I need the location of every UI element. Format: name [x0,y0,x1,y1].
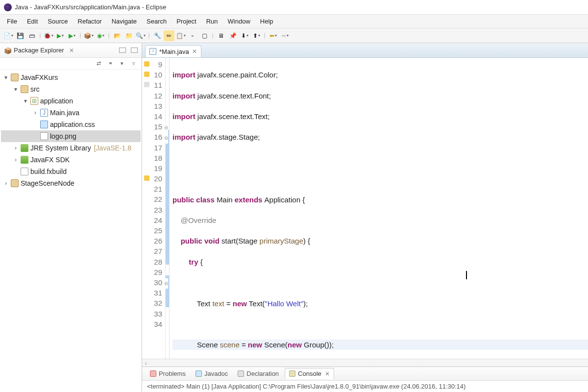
prev-annotation-button[interactable]: ⬆▾ [251,30,262,41]
tab-declaration[interactable]: Declaration [234,368,283,379]
run-button[interactable]: ▶▾ [55,30,66,41]
tree-file-logo-png[interactable]: logo.png [1,130,141,142]
bottom-tab-bar: Problems Javadoc Declaration Console✕ [142,367,588,381]
maximize-icon[interactable] [131,48,138,53]
console-icon [289,370,295,377]
open-type-button[interactable]: 📂 [112,30,122,41]
view-menu-icon[interactable]: ▿ [130,60,138,68]
pin-button[interactable]: 📌 [227,30,238,41]
folding-bar[interactable] [166,58,170,359]
save-button[interactable]: 💾 [15,30,25,41]
menu-project[interactable]: Project [172,16,201,27]
css-file-icon [40,121,48,128]
menu-navigate[interactable]: Navigate [107,16,142,27]
menu-help[interactable]: Help [255,16,278,27]
title-bar: Java - JavaFXKurs/src/application/Main.j… [0,0,588,15]
file-icon [21,168,28,175]
menu-search[interactable]: Search [142,16,172,27]
editor-tab-main-java[interactable]: J *Main.java ✕ [145,45,201,57]
show-whitespace-button[interactable]: ▢ [199,30,210,41]
declaration-icon [238,370,244,377]
next-annotation-button[interactable]: ⬇▾ [239,30,250,41]
open-task-button[interactable]: 📁 [123,30,134,41]
package-explorer-view: 📦 Package Explorer ✕ ⇄ ⚭ ▾ ▿ ▾JavaFXKurs… [0,43,142,392]
close-icon[interactable]: ✕ [325,370,330,377]
focus-icon[interactable]: ▾ [118,60,126,68]
menu-source[interactable]: Source [43,16,73,27]
minimize-icon[interactable] [119,48,126,53]
main-toolbar: 📄▾ 💾 🗃 🐞▾ ▶▾ ▶▾ 📦▾ ◉▾ 📂 📁 🔍▾ 🔧 ✏ 📋▾ ▫ ▢ … [0,28,588,43]
annotation-button[interactable]: 📋▾ [175,30,186,41]
new-button[interactable]: 📄▾ [3,30,14,41]
tree-folder-src[interactable]: ▾src [1,83,141,95]
menu-bar: File Edit Source Refactor Navigate Searc… [0,15,588,28]
link-editor-icon[interactable]: ⚭ [106,60,114,68]
perspective-button[interactable]: 🖥 [216,30,226,41]
toggle-breadcrumb-button[interactable]: 🔧 [152,30,163,41]
close-icon[interactable]: ✕ [69,47,74,54]
java-file-icon: J [40,109,48,117]
library-icon [21,156,28,164]
search-button[interactable]: 🔍▾ [135,30,146,41]
close-tab-icon[interactable]: ✕ [192,48,197,55]
package-explorer-icon: 📦 [4,47,11,54]
line-number-gutter[interactable]: 9 10 11 12 13 14 15 16 17 18 19 20 21 22… [142,58,166,359]
toggle-mark-button[interactable]: ✏ [164,30,174,41]
problems-icon [150,370,156,377]
window-title: Java - JavaFXKurs/src/application/Main.j… [15,3,166,11]
tab-javadoc[interactable]: Javadoc [192,368,232,379]
package-explorer-title: Package Explorer [14,47,64,54]
java-file-icon: J [149,48,156,55]
editor-body[interactable]: 9 10 11 12 13 14 15 16 17 18 19 20 21 22… [142,58,588,359]
horizontal-scrollbar[interactable]: ‹ [142,359,588,367]
block-button[interactable]: ▫ [187,30,198,41]
tree-package-application[interactable]: ▾⊞application [1,95,141,107]
project-icon [11,74,19,81]
tree-javafx-sdk[interactable]: ›JavaFX SDK [1,154,141,166]
library-icon [21,144,28,152]
package-explorer-tab[interactable]: 📦 Package Explorer ✕ [0,43,142,58]
menu-window[interactable]: Window [223,16,255,27]
project-tree[interactable]: ▾JavaFXKurs ▾src ▾⊞application ›JMain.ja… [0,70,142,392]
tree-project-javafxkurs[interactable]: ▾JavaFXKurs [1,72,141,83]
run-last-button[interactable]: ▶▾ [67,30,77,41]
bottom-panel: Problems Javadoc Declaration Console✕ <t… [142,367,588,392]
menu-edit[interactable]: Edit [22,16,43,27]
menu-run[interactable]: Run [201,16,223,27]
tree-jre-library[interactable]: ›JRE System Library[JavaSE-1.8 [1,142,141,154]
package-icon: ⊞ [30,97,38,105]
source-folder-icon [21,85,28,93]
eclipse-icon [4,3,12,11]
new-package-button[interactable]: 📦▾ [83,30,94,41]
tree-project-stagescenenode[interactable]: ›StageSceneNode [1,177,141,189]
forward-button[interactable]: ➡▾ [279,30,290,41]
tab-problems[interactable]: Problems [146,368,190,379]
debug-button[interactable]: 🐞▾ [43,30,54,41]
new-class-button[interactable]: ◉▾ [95,30,106,41]
tree-file-application-css[interactable]: application.css [1,119,141,130]
collapse-all-icon[interactable]: ⇄ [95,60,102,68]
code-area[interactable]: import javafx.scene.paint.Color; import … [170,58,588,359]
menu-refactor[interactable]: Refactor [73,16,107,27]
tree-file-build-fxbuild[interactable]: build.fxbuild [1,166,141,177]
tree-file-main-java[interactable]: ›JMain.java [1,107,141,119]
tab-console[interactable]: Console✕ [285,368,334,379]
project-icon [11,179,19,187]
package-explorer-toolbar: ⇄ ⚭ ▾ ▿ [0,58,142,70]
console-output[interactable]: <terminated> Main (1) [Java Application]… [142,381,588,392]
save-all-button[interactable]: 🗃 [26,30,37,41]
javadoc-icon [196,370,202,377]
menu-file[interactable]: File [2,16,22,27]
text-cursor [466,271,467,279]
editor-tab-bar: J *Main.java ✕ [142,43,588,58]
editor-area: J *Main.java ✕ 9 10 11 12 13 14 15 16 17… [142,43,588,392]
image-file-icon [40,132,48,140]
back-button[interactable]: ⬅▾ [268,30,278,41]
editor-tab-label: *Main.java [159,48,189,55]
